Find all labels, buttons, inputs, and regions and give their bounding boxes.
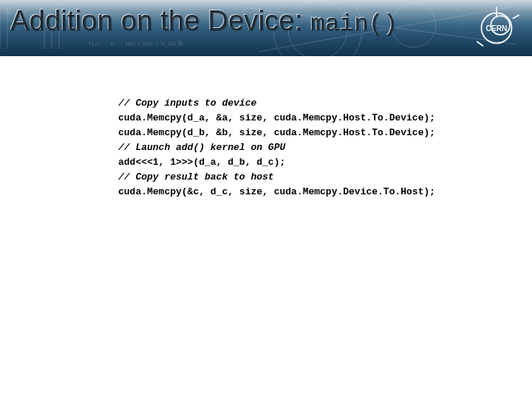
title-mono: main() [310,10,398,38]
cern-logo-text: CERN [486,24,508,33]
code-line: // Copy inputs to device [118,96,517,111]
code-line: cuda.Memcpy(d_a, &a, size, cuda.Memcpy.H… [118,111,517,126]
title-plain: Addition on the Device: [10,5,310,36]
header-bar: 20 H,A → ττ → two τ-jets + X, 60 fb Addi… [0,0,532,56]
svg-line-16 [477,41,483,46]
code-line: cuda.Memcpy(&c, d_c, size, cuda.Memcpy.D… [118,185,517,200]
code-line: // Copy result back to host [118,170,517,185]
svg-line-15 [513,15,519,18]
code-line: cuda.Memcpy(d_b, &b, size, cuda.Memcpy.H… [118,126,517,140]
slide: 20 H,A → ττ → two τ-jets + X, 60 fb Addi… [0,0,532,399]
svg-text:H,A → ττ → two τ-jets + X, 60 : H,A → ττ → two τ-jets + X, 60 fb [89,40,183,47]
svg-point-2 [392,3,436,47]
code-line: add<<<1, 1>>>(d_a, d_b, d_c); [118,155,517,170]
code-line: // Launch add() kernel on GPU [118,140,517,155]
cern-logo-icon: CERN [473,4,520,52]
slide-title: Addition on the Device: main() [10,6,398,37]
code-block: // Copy inputs to device cuda.Memcpy(d_a… [118,96,517,200]
